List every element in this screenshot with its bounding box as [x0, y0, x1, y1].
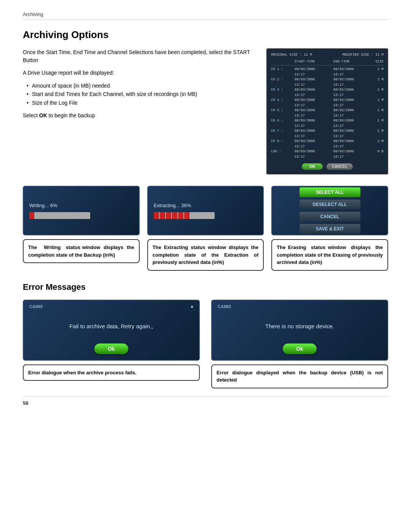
ch-label: CH 8 :: [271, 139, 286, 149]
ch-label: CH 7 :: [271, 129, 286, 139]
extracting-progress-bar: [154, 212, 215, 219]
extracting-caption-bold: The Extracting status window displays th…: [153, 244, 259, 265]
breadcrumb: Archiving: [23, 11, 388, 17]
select-text-suffix: to begin the backup: [47, 112, 95, 118]
end-time: 08/03/2006 13:17: [333, 67, 364, 77]
error-caption-bold-1: Error dialogue when the archive process …: [28, 370, 137, 375]
col-end: END-TIME: [333, 60, 364, 64]
ch-label: CH 2 :: [271, 77, 286, 88]
writing-progress-bar: [29, 212, 90, 219]
error-section-title: Error Messages: [23, 282, 388, 292]
drive-ok-button[interactable]: OK: [302, 163, 323, 170]
status-row: Writing... 6% The Writing status window …: [23, 186, 388, 271]
intro-text: Once the Start Time, End Time and Channe…: [23, 48, 255, 64]
drive-data-row: LOG : 08/03/2006 13:17 08/03/2006 13:17 …: [271, 149, 384, 160]
col-ch: [271, 60, 286, 64]
size: 1 M: [372, 139, 384, 149]
ch-label: CH 6 :: [271, 118, 286, 129]
size: 1 M: [372, 77, 384, 88]
drive-data-row: CH 4 : 08/03/2006 13:17 08/03/2006 13:17…: [271, 98, 384, 108]
writing-caption-bold: The Writing status window displays the c…: [28, 244, 134, 258]
error-ok-button-2[interactable]: Ok: [283, 343, 317, 354]
end-time: 08/03/2006 13:17: [333, 77, 364, 88]
start-time: 08/03/2006 13:17: [295, 108, 325, 118]
error-message-1: Fail to archive data, Retry again,,: [69, 309, 153, 343]
writing-progress-fill: [29, 212, 34, 219]
ch-label: CH 3 :: [271, 88, 286, 98]
drive-cancel-button[interactable]: CANCEL: [327, 163, 353, 170]
size: 1 M: [372, 118, 384, 129]
top-divider: [23, 19, 388, 20]
error-ok-button-1[interactable]: Ok: [94, 343, 128, 354]
size: 1 M: [372, 67, 384, 77]
end-time: 08/03/2006 13:17: [333, 129, 364, 139]
error-caption-bold-2: Error dialogue displayed when the backup…: [217, 370, 383, 383]
extracting-screen: Extracting... 36%: [147, 186, 264, 235]
error-screen-title-2: CAMIS: [218, 304, 231, 309]
writing-screen: Writing... 6%: [23, 186, 140, 235]
drive-buttons: OK CANCEL: [271, 163, 384, 170]
start-time: 08/03/2006 13:17: [295, 139, 325, 149]
start-time: 08/03/2006 13:17: [295, 149, 325, 160]
select-ok-bold: OK: [39, 112, 47, 118]
col-size: SIZE: [372, 60, 384, 64]
error-row: CAMIS ■ Fail to archive data, Retry agai…: [23, 300, 388, 388]
end-time: 08/03/2006 13:17: [333, 118, 364, 129]
drive-data-row: CH 7 : 08/03/2006 13:17 08/03/2006 13:17…: [271, 129, 384, 139]
text-column: Once the Start Time, End Time and Channe…: [23, 48, 255, 174]
save-exit-button[interactable]: SAVE & EXIT: [299, 224, 360, 234]
extracting-status-text: Extracting... 36%: [154, 203, 191, 208]
end-time: 08/03/2006 13:17: [333, 149, 364, 160]
extracting-caption: The Extracting status window displays th…: [147, 239, 264, 271]
writing-status-text: Writing... 6%: [29, 203, 57, 208]
extracting-progress-fill: [154, 212, 215, 219]
error-screen-header-1: CAMIS ■: [29, 304, 193, 309]
page-number: 58: [23, 400, 388, 406]
cancel-button[interactable]: CANCEL: [299, 212, 360, 222]
deselect-all-button[interactable]: DESELECT ALL: [299, 200, 360, 209]
ch-label: CH 1 :: [271, 67, 286, 77]
start-time: 08/03/2006 13:17: [295, 88, 325, 98]
section1-title: Archiving Options: [23, 29, 388, 41]
error-item-1: CAMIS ■ Fail to archive data, Retry agai…: [23, 300, 200, 388]
error-item-2: CAMIS There is no storage device. Ok Err…: [211, 300, 388, 388]
error-message-2: There is no storage device.: [265, 309, 334, 343]
error-screen-header-2: CAMIS: [218, 304, 382, 309]
error-screen-1: CAMIS ■ Fail to archive data, Retry agai…: [23, 300, 200, 361]
size: 1 M: [372, 88, 384, 98]
start-time: 08/03/2006 13:17: [295, 98, 325, 108]
error-caption-2: Error dialogue displayed when the backup…: [211, 364, 388, 388]
drive-data-row: CH 1 : 08/03/2006 13:17 08/03/2006 13:17…: [271, 67, 384, 77]
ch-label: LOG :: [271, 149, 286, 160]
select-text-prefix: Select: [23, 112, 39, 118]
size: 0 B: [372, 149, 384, 160]
modified-size-label: MODIFIED SIZE : 11 M: [342, 53, 384, 57]
seg3: [166, 212, 171, 219]
seg2: [160, 212, 165, 219]
end-time: 08/03/2006 13:17: [333, 88, 364, 98]
drive-data-row: CH 3 : 08/03/2006 13:17 08/03/2006 13:17…: [271, 88, 384, 98]
original-size-label: ORIGINAL SIZE : 11 M: [271, 53, 312, 57]
drive-data-row: CH 6 : 08/03/2006 13:17 08/03/2006 13:17…: [271, 118, 384, 129]
end-time: 08/03/2006 13:17: [333, 98, 364, 108]
size: 1 M: [372, 98, 384, 108]
main-content: Once the Start Time, End Time and Channe…: [23, 48, 388, 174]
bullet-item: Size of the Log File: [27, 99, 255, 107]
size: 1 M: [372, 108, 384, 118]
drive-usage-screen: ORIGINAL SIZE : 11 M MODIFIED SIZE : 11 …: [266, 48, 388, 174]
error-screen-2: CAMIS There is no storage device. Ok: [211, 300, 388, 361]
drive-data-row: CH 8 : 08/03/2006 13:17 08/03/2006 13:17…: [271, 139, 384, 149]
writing-caption: The Writing status window displays the c…: [23, 239, 140, 263]
writing-status-item: Writing... 6% The Writing status window …: [23, 186, 140, 271]
ch-label: CH 4 :: [271, 98, 286, 108]
start-time: 08/03/2006 13:17: [295, 118, 325, 129]
bottom-divider: [23, 396, 388, 396]
end-time: 08/03/2006 13:17: [333, 108, 364, 118]
start-time: 08/03/2006 13:17: [295, 129, 325, 139]
select-all-button[interactable]: SELECT ALL: [299, 187, 360, 197]
end-time: 08/03/2006 13:17: [333, 139, 364, 149]
drive-col-headers: START-TIME END-TIME SIZE: [271, 60, 384, 66]
erasing-caption: The Erasing status window displays the c…: [271, 239, 388, 271]
seg1: [154, 212, 159, 219]
error-caption-1: Error dialogue when the archive process …: [23, 364, 200, 381]
